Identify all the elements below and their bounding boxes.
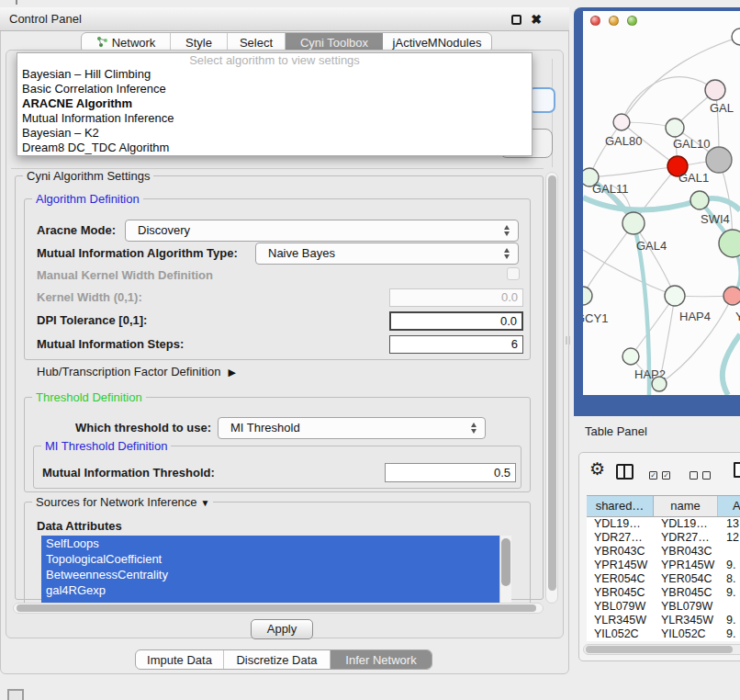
cut-off-icon <box>7 689 24 700</box>
dropdown-item[interactable]: Mutual Information Inference <box>17 111 532 126</box>
table-cell: YPR145W <box>654 559 718 572</box>
dropdown-prompt: Select algorithm to view settings <box>17 53 532 67</box>
table-cell: 8. <box>718 572 740 586</box>
column-header-3[interactable]: A <box>718 496 740 516</box>
tab-impute-data[interactable]: Impute Data <box>136 650 224 669</box>
network-node-gal10[interactable] <box>666 119 684 137</box>
table-cell <box>718 545 740 559</box>
settings-gear-icon[interactable]: ⚙ <box>589 458 605 480</box>
mi-steps-field[interactable]: 6 <box>389 335 523 354</box>
table-panel: ⚙ ✓ ✓ shared…nameA YDL19…YDL19…13YDR27…Y… <box>578 452 740 661</box>
table-cell: YDL19… <box>587 517 654 531</box>
attribute-list-item[interactable]: BetweennessCentrality <box>41 567 511 582</box>
tab-discretize-data[interactable]: Discretize Data <box>224 650 331 669</box>
table-cell: YLR345W <box>587 614 654 627</box>
dropdown-item[interactable]: ARACNE Algorithm <box>17 96 532 111</box>
network-canvas[interactable]: GALGAL80GAL10GAL1GAL11SWI4GAL4GCY1HAP4YH… <box>583 11 740 395</box>
apply-button[interactable]: Apply <box>251 619 313 639</box>
table-row[interactable]: YLR345WYLR345W9. <box>587 614 740 627</box>
panel-resize-grip[interactable] <box>566 336 570 344</box>
cyni-bottom-tabs: Impute DataDiscretize DataInfer Network <box>135 649 432 670</box>
network-edge <box>589 166 678 177</box>
document-icon[interactable] <box>734 462 740 478</box>
algorithm-definition-title: Algorithm Definition <box>32 192 143 206</box>
deselect-all-checkbox-icon[interactable] <box>690 471 698 480</box>
settings-vscrollbar[interactable] <box>545 172 558 604</box>
network-node-hap4[interactable] <box>665 286 685 306</box>
network-node-label: GCY1 <box>583 311 608 325</box>
network-node[interactable] <box>719 230 740 257</box>
table-hscrollbar[interactable] <box>583 644 740 655</box>
hub-definition-expander[interactable]: Hub/Transcription Factor Definition▶ <box>37 365 236 378</box>
network-node-gal[interactable] <box>705 80 725 100</box>
split-panel-icon[interactable] <box>616 464 633 480</box>
zoom-traffic-light[interactable] <box>627 16 637 26</box>
network-edge <box>622 77 715 122</box>
network-edge <box>583 223 633 296</box>
table-row[interactable]: YER054CYER054C8. <box>587 572 740 586</box>
table-row[interactable]: YDL19…YDL19…13 <box>587 517 740 531</box>
network-graph: GALGAL80GAL10GAL1GAL11SWI4GAL4GCY1HAP4YH… <box>583 11 740 395</box>
network-node[interactable] <box>652 377 667 391</box>
tab-label: Style <box>185 36 212 50</box>
network-tab-icon <box>96 36 108 51</box>
network-node-y[interactable] <box>723 287 740 305</box>
page-root: Control Panel ✖ NetworkStyleSelectCyni T… <box>0 0 740 700</box>
network-node-hap2[interactable] <box>622 348 639 365</box>
attribute-list-item[interactable]: SelfLoops <box>41 536 511 551</box>
table-cell: YDR27… <box>587 531 654 545</box>
column-header-2[interactable]: name <box>654 496 718 516</box>
attribute-list-item[interactable]: TopologicalCoefficient <box>41 551 511 567</box>
settings-hscrollbar[interactable] <box>13 603 544 614</box>
table-row[interactable]: YDR27…YDR27…12 <box>587 531 740 545</box>
data-attributes-list[interactable]: SelfLoopsTopologicalCoefficientBetweenne… <box>41 536 511 603</box>
dropdown-item[interactable]: Bayesian – Hill Climbing <box>17 67 532 82</box>
table-row[interactable]: YBL079WYBL079W <box>587 600 740 614</box>
dropdown-item[interactable]: Dream8 DC_TDC Algorithm <box>17 141 532 155</box>
network-node-gal80[interactable] <box>613 114 630 130</box>
minimize-traffic-light[interactable] <box>609 16 619 26</box>
aracne-mode-combobox[interactable]: Discovery <box>125 220 519 242</box>
table-cell: YER054C <box>587 572 654 586</box>
tab-infer-network[interactable]: Infer Network <box>331 650 432 669</box>
table-panel-title: Table Panel <box>585 424 647 438</box>
close-icon[interactable]: ✖ <box>531 7 542 31</box>
attribute-list-item[interactable]: gal4RGexp <box>41 582 511 598</box>
table-cell: YBR043C <box>654 545 718 559</box>
aracne-mode-label: Aracne Mode: <box>37 223 116 237</box>
settings-vscrollbar-thumb[interactable] <box>548 175 556 591</box>
column-header-1[interactable]: shared… <box>587 496 654 516</box>
float-window-icon[interactable] <box>511 15 521 25</box>
mi-algorithm-type-combobox[interactable]: Naive Bayes <box>255 243 519 265</box>
which-threshold-combobox[interactable]: MI Threshold <box>218 417 486 439</box>
table-row[interactable]: YPR145WYPR145W9. <box>587 559 740 572</box>
table-cell: 9. <box>718 586 740 600</box>
dropdown-item[interactable]: Basic Correlation Inference <box>17 82 532 96</box>
combobox-stepper-icon <box>503 247 510 260</box>
table-row[interactable]: YBR045CYBR045C9. <box>587 586 740 600</box>
close-traffic-light[interactable] <box>590 16 600 26</box>
mi-threshold-field[interactable]: 0.5 <box>385 463 516 482</box>
settings-scroll-area: Cyni Algorithm Settings Algorithm Defini… <box>9 171 545 603</box>
dpi-tolerance-field[interactable]: 0.0 <box>389 311 523 331</box>
kernel-width-field[interactable]: 0.0 <box>389 288 523 307</box>
network-node-swi4[interactable] <box>690 191 709 209</box>
select-all-checkbox-icon[interactable]: ✓ <box>649 471 657 480</box>
dropdown-item[interactable]: Bayesian – K2 <box>17 126 532 141</box>
table-hscrollbar-thumb[interactable] <box>586 646 733 653</box>
select-all-checkbox-icon[interactable]: ✓ <box>662 471 670 480</box>
network-node[interactable] <box>732 28 740 45</box>
attribute-list-scrollbar[interactable] <box>499 536 511 603</box>
network-node-label: GAL1 <box>678 171 709 185</box>
network-node[interactable] <box>706 147 732 173</box>
table-row[interactable]: YBR043CYBR043C <box>587 545 740 559</box>
table-cell: 9. <box>718 559 740 572</box>
manual-kernel-width-checkbox[interactable] <box>507 267 520 280</box>
sources-group-title[interactable]: Sources for Network Inference▼ <box>32 495 213 509</box>
network-node-label: GAL <box>710 101 734 115</box>
settings-hscrollbar-thumb[interactable] <box>17 604 536 612</box>
table-row[interactable]: YIL052CYIL052C9. <box>587 627 740 641</box>
deselect-all-checkbox-icon[interactable] <box>702 471 711 480</box>
network-node-gcy1[interactable] <box>583 287 592 305</box>
network-node-gal4[interactable] <box>622 212 645 234</box>
